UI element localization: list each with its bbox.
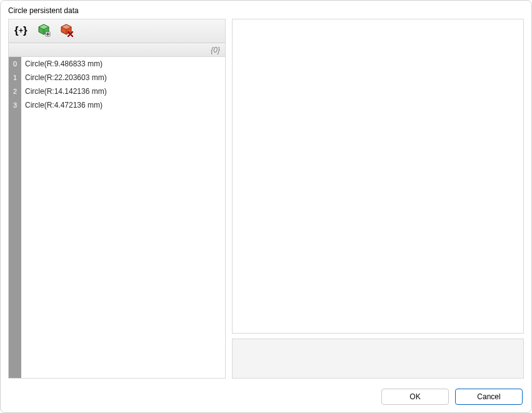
content-area: { + }: [1, 19, 531, 384]
tree-index: 0: [9, 57, 21, 71]
list-item-label: Circle(R:22.203603 mm): [25, 73, 107, 82]
add-item-button[interactable]: [35, 23, 53, 40]
dialog-button-row: OK Cancel: [1, 384, 531, 412]
data-tree-panel: { + }: [8, 19, 226, 379]
tree-body: 0 1 2 3 Circle(R:9.486833 mm) Circle(R:2…: [9, 57, 225, 378]
dialog-window: Circle persistent data { + }: [0, 0, 532, 413]
tree-index: 1: [9, 71, 21, 84]
remove-item-button[interactable]: [58, 23, 75, 40]
cancel-button[interactable]: Cancel: [455, 389, 523, 405]
right-stack: [232, 19, 524, 379]
list-item-label: Circle(R:14.142136 mm): [25, 87, 107, 96]
tree-index: 2: [9, 84, 21, 98]
list-item[interactable]: Circle(R:9.486833 mm): [21, 57, 225, 71]
list-item-label: Circle(R:4.472136 mm): [25, 101, 103, 110]
svg-text:{: {: [14, 24, 19, 36]
tree-group-label: {0}: [211, 46, 220, 54]
add-branch-icon: { + }: [14, 24, 28, 38]
ok-button[interactable]: OK: [381, 389, 449, 405]
tree-gutter: 0 1 2 3: [9, 57, 21, 378]
toolbar: { + }: [9, 19, 225, 43]
description-panel: [232, 339, 524, 379]
remove-item-icon: [59, 23, 73, 39]
tree-header[interactable]: {0}: [9, 43, 225, 57]
list-item[interactable]: Circle(R:14.142136 mm): [21, 84, 225, 98]
list-item-label: Circle(R:9.486833 mm): [25, 59, 103, 68]
list-item[interactable]: Circle(R:22.203603 mm): [21, 71, 225, 84]
title-bar: Circle persistent data: [1, 1, 531, 19]
window-title: Circle persistent data: [8, 6, 79, 15]
tree-index: 3: [9, 98, 21, 112]
svg-text:}: }: [23, 24, 28, 36]
tree-rows: Circle(R:9.486833 mm) Circle(R:22.203603…: [21, 57, 225, 378]
add-item-icon: [37, 23, 51, 39]
svg-text:+: +: [19, 26, 23, 35]
list-item[interactable]: Circle(R:4.472136 mm): [21, 98, 225, 112]
preview-panel: [232, 19, 524, 334]
add-branch-button[interactable]: { + }: [13, 23, 30, 40]
